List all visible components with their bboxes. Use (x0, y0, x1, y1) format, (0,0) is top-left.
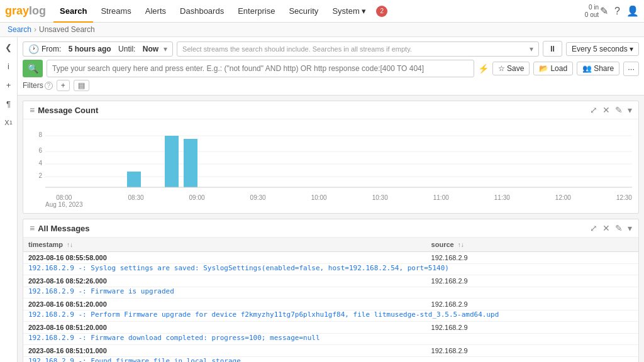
save-button[interactable]: ☆ Save (492, 62, 530, 75)
sidebar-info-btn[interactable]: i (1, 58, 16, 74)
main-content: 🕐 From: 5 hours ago Until: Now ▾ Select … (18, 37, 644, 362)
table-row[interactable]: 2023-08-16 08:55:58.000 192.168.2.9 (23, 252, 638, 264)
row-timestamp: 2023-08-16 08:51:20.000 (28, 324, 421, 331)
nav-system[interactable]: System ▾ (326, 0, 372, 23)
chart-actions: ⤢ ✕ ✎ ▾ (590, 105, 632, 115)
fullscreen-messages-icon[interactable]: ✕ (602, 223, 610, 233)
clock-icon: 🕐 (28, 44, 39, 54)
row-message: 192.168.2.9 -: Firmware download complet… (23, 334, 638, 345)
time-label-0900: 09:00 (189, 194, 205, 208)
app-logo: graylog (5, 4, 46, 18)
fullscreen-icon[interactable]: ✕ (602, 105, 610, 115)
time-label-1230: 12:30 (616, 194, 632, 208)
source-sort-icon: ↑↓ (458, 241, 464, 248)
nav-enterprise[interactable]: Enterprise (231, 0, 281, 23)
row-message: 192.168.2.9 -: Perform Firmware upgrade … (23, 310, 638, 322)
nav-dashboards[interactable]: Dashboards (174, 0, 230, 23)
time-label-1030: 10:30 (372, 194, 388, 208)
search-button[interactable]: 🔍 (23, 60, 43, 77)
time-from-label: From: (42, 45, 61, 53)
star-icon: ☆ (498, 64, 505, 73)
table-row-message: 192.168.2.9 -: Firmware is upgraded (23, 287, 638, 299)
expand-icon[interactable]: ⤢ (590, 105, 597, 115)
table-row-message: 192.168.2.9 -: Found firmware file in lo… (23, 357, 638, 363)
edit-chart-icon[interactable]: ✎ (615, 105, 623, 115)
breadcrumb-parent[interactable]: Search (8, 25, 31, 34)
time-range-picker[interactable]: 🕐 From: 5 hours ago Until: Now ▾ (23, 41, 173, 57)
search-input[interactable] (47, 60, 474, 77)
row-timestamp: 2023-08-16 08:52:26.000 (28, 277, 421, 285)
bar-1 (127, 172, 141, 187)
message-count-section: ≡ Message Count ⤢ ✕ ✎ ▾ 8 6 4 2 (23, 101, 639, 214)
timestamp-sort-icon: ↑↓ (67, 241, 73, 248)
alert-badge: 2 (376, 6, 387, 17)
edit-icon[interactable]: ✎ (600, 5, 608, 17)
lightning-icon: ⚡ (478, 63, 489, 74)
bar-3 (184, 139, 197, 187)
sidebar-subscript-btn[interactable]: X1 (1, 115, 16, 130)
load-button[interactable]: 📂 Load (533, 62, 573, 75)
filter-add-button[interactable]: + (57, 80, 70, 91)
col-timestamp[interactable]: timestamp ↑↓ (23, 238, 426, 252)
user-icon[interactable]: 👤 (626, 5, 639, 17)
nav-alerts[interactable]: Alerts (139, 0, 172, 23)
edit-messages-icon[interactable]: ✎ (615, 223, 623, 233)
nav-streams[interactable]: Streams (94, 0, 137, 23)
nav-security[interactable]: Security (282, 0, 325, 23)
time-from-value: 5 hours ago (69, 45, 111, 53)
messages-table-wrap: timestamp ↑↓ source ↑↓ 2023-08-16 08:55:… (23, 238, 638, 362)
row-source: 192.168.2.9 (426, 345, 638, 357)
time-until-label: Until: (118, 45, 135, 53)
all-messages-header: ≡ All Messages ⤢ ✕ ✎ ▾ (23, 219, 638, 238)
col-source[interactable]: source ↑↓ (426, 238, 638, 252)
share-label: Share (594, 64, 614, 73)
refresh-interval-btn[interactable]: Every 5 seconds ▾ (566, 42, 639, 56)
row-timestamp: 2023-08-16 08:55:58.000 (28, 254, 421, 261)
stream-placeholder: Select streams the search should include… (182, 45, 412, 53)
row-source: 192.168.2.9 (426, 299, 638, 310)
stream-selector[interactable]: Select streams the search should include… (177, 41, 539, 57)
sidebar-add-btn[interactable]: + (1, 77, 16, 92)
row-message: 192.168.2.9 -: Found firmware file in lo… (23, 357, 638, 363)
table-row[interactable]: 2023-08-16 08:51:20.000 192.168.2.9 (23, 299, 638, 310)
expand-messages-icon[interactable]: ⤢ (590, 223, 597, 233)
time-label-1200: 12:00 (555, 194, 571, 208)
save-label: Save (507, 64, 524, 73)
share-icon: 👥 (582, 64, 592, 73)
nav-search[interactable]: Search (53, 0, 93, 23)
chart-svg: 8 6 4 2 (30, 124, 632, 194)
sidebar-paragraph-btn[interactable]: ¶ (1, 96, 16, 111)
section-icon-2: ≡ (30, 223, 35, 233)
chart-area: 8 6 4 2 (23, 119, 638, 213)
filter-help-icon: ? (45, 82, 53, 90)
table-row[interactable]: 2023-08-16 08:51:20.000 192.168.2.9 (23, 322, 638, 334)
time-label-0930: 09:30 (250, 194, 266, 208)
row-timestamp: 2023-08-16 08:51:20.000 (28, 300, 421, 308)
y-label-6: 6 (38, 147, 42, 154)
row-message: 192.168.2.9 -: Syslog settings are saved… (23, 264, 638, 275)
table-row[interactable]: 2023-08-16 08:51:01.000 192.168.2.9 (23, 345, 638, 357)
table-row-message: 192.168.2.9 -: Syslog settings are saved… (23, 264, 638, 275)
table-row[interactable]: 2023-08-16 08:52:26.000 192.168.2.9 (23, 275, 638, 287)
all-messages-section: ≡ All Messages ⤢ ✕ ✎ ▾ timestamp (23, 219, 639, 362)
y-label-8: 8 (38, 131, 42, 138)
time-until-value: Now (143, 45, 158, 53)
all-messages-title: ≡ All Messages (30, 223, 90, 233)
collapse-messages-icon[interactable]: ▾ (628, 223, 632, 233)
share-button[interactable]: 👥 Share (577, 62, 619, 75)
time-label-0830: 08:30 (128, 194, 144, 208)
table-row-message: 192.168.2.9 -: Perform Firmware upgrade … (23, 310, 638, 322)
time-label-1130: 11:30 (494, 194, 510, 208)
breadcrumb-separator: › (34, 25, 36, 34)
filter-options-button[interactable]: ▤ (74, 80, 89, 91)
pause-button[interactable]: ⏸ (543, 41, 562, 57)
date-label: Aug 16, 2023 (45, 201, 83, 208)
more-button[interactable]: ··· (623, 62, 639, 76)
sidebar-collapse-btn[interactable]: ❮ (1, 40, 16, 55)
in-out-counter: 0 in 0 out (585, 4, 599, 19)
left-sidebar: ❮ i + ¶ X1 (0, 37, 18, 362)
help-icon[interactable]: ? (614, 6, 620, 17)
time-label-0800: 08:00 (56, 194, 72, 201)
row-source: 192.168.2.9 (426, 322, 638, 334)
collapse-chart-icon[interactable]: ▾ (628, 105, 632, 115)
